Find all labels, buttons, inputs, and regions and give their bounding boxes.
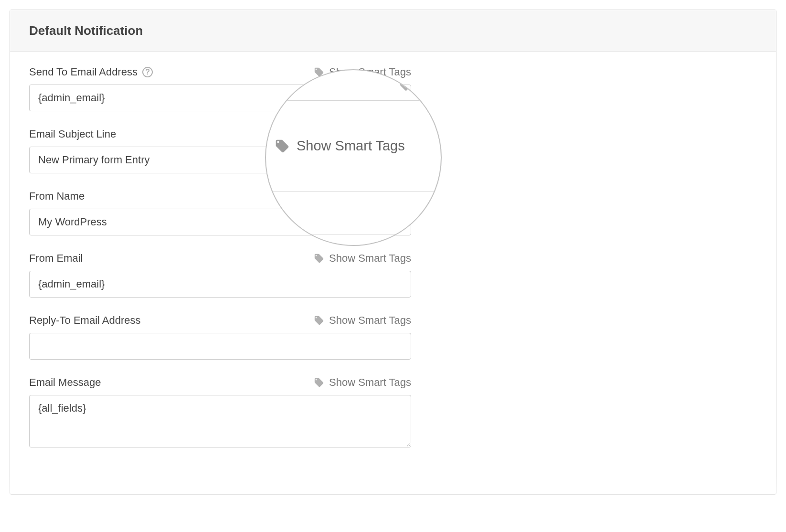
smart-tags-link-reply-to[interactable]: Show Smart Tags xyxy=(314,314,411,327)
magnifier-main-row: Show Smart Tags xyxy=(266,101,441,192)
smart-tags-link-from-email[interactable]: Show Smart Tags xyxy=(314,252,411,265)
send-to-label: Send To Email Address ? xyxy=(29,66,153,78)
send-to-label-text: Send To Email Address xyxy=(29,66,138,78)
smart-tags-link-message[interactable]: Show Smart Tags xyxy=(314,376,411,389)
from-email-label: From Email xyxy=(29,252,83,265)
smart-tags-text: Show Smart Tags xyxy=(329,252,411,265)
subject-label: Email Subject Line xyxy=(29,128,116,140)
field-email-message: Email Message Show Smart Tags xyxy=(29,376,411,449)
tag-icon xyxy=(314,315,324,326)
help-icon[interactable]: ? xyxy=(142,67,153,77)
magnifier-main-text: Show Smart Tags xyxy=(297,138,405,154)
reply-to-label: Reply-To Email Address xyxy=(29,314,141,327)
tag-icon xyxy=(314,377,324,388)
smart-tags-text: Show Smart Tags xyxy=(329,376,411,389)
smart-tags-text: Show Smart Tags xyxy=(329,314,411,327)
from-email-input[interactable] xyxy=(29,271,411,298)
tag-icon xyxy=(314,253,324,264)
field-reply-to: Reply-To Email Address Show Smart Tags xyxy=(29,314,411,360)
reply-to-input[interactable] xyxy=(29,333,411,360)
email-message-textarea[interactable] xyxy=(29,395,411,447)
from-name-label: From Name xyxy=(29,190,85,202)
magnifier-lens: gs Show Smart Tags s xyxy=(265,69,442,246)
panel-title: Default Notification xyxy=(10,10,776,52)
tag-icon xyxy=(275,138,290,154)
field-from-email: From Email Show Smart Tags xyxy=(29,252,411,298)
email-message-label: Email Message xyxy=(29,376,101,389)
